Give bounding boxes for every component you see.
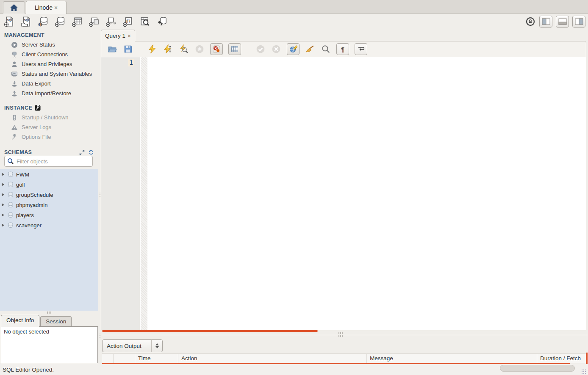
system-variables-icon <box>11 71 18 77</box>
home-tab[interactable] <box>3 1 25 14</box>
toggle-wrap-button[interactable] <box>355 43 367 55</box>
open-sql-script-icon[interactable]: SQL <box>20 16 32 28</box>
splitter-handle[interactable] <box>100 334 100 338</box>
expander-icon[interactable] <box>2 193 4 196</box>
create-view-icon[interactable] <box>88 16 100 28</box>
connection-tab[interactable]: Linode × <box>26 1 67 14</box>
item-label: Server Status <box>22 41 55 48</box>
column-message[interactable]: Message <box>367 354 537 363</box>
tab-label: Object Info <box>6 317 34 323</box>
sidebar-item-users-privileges[interactable]: Users and Privileges <box>0 59 98 69</box>
execute-icon[interactable] <box>147 44 158 54</box>
output-splitter-handle[interactable] <box>338 332 343 337</box>
sidebar-item-system-variables[interactable]: Status and System Variables <box>0 69 98 79</box>
find-icon[interactable] <box>321 44 331 54</box>
schema-name: scavenger <box>16 222 42 229</box>
schema-name: groupSchedule <box>16 192 53 198</box>
management-title: MANAGEMENT <box>4 32 44 38</box>
sidebar-item-server-logs[interactable]: Server Logs <box>0 122 98 132</box>
item-label: Data Export <box>22 80 51 87</box>
window-resize-grip[interactable] <box>581 369 587 374</box>
schema-item-golf[interactable]: golf <box>0 179 98 190</box>
explain-icon[interactable] <box>179 44 189 54</box>
column-action[interactable]: Action <box>178 354 367 363</box>
line-number-gutter: 1 <box>101 57 140 330</box>
schema-inspector-icon[interactable]: i <box>37 16 49 28</box>
refresh-icon[interactable] <box>88 149 94 155</box>
schema-item-FWM[interactable]: FWM <box>0 169 98 179</box>
reconnect-dbms-icon[interactable] <box>156 16 167 28</box>
sidebar-item-data-import[interactable]: Data Import/Restore <box>0 88 98 98</box>
expander-icon[interactable] <box>2 203 4 207</box>
search-table-data-icon[interactable] <box>139 16 150 28</box>
column-time[interactable]: Time <box>135 354 178 363</box>
svg-text:f(): f() <box>126 19 130 24</box>
create-schema-icon[interactable] <box>54 16 66 28</box>
toggle-invisibles-button[interactable]: ¶ <box>336 43 349 55</box>
toggle-stop-on-error-button[interactable] <box>210 43 223 55</box>
schema-name: phpmyadmin <box>16 202 47 208</box>
schema-item-groupSchedule[interactable]: groupSchedule <box>0 190 98 200</box>
toggle-left-panel-button[interactable] <box>539 16 552 28</box>
schema-name: FWM <box>16 171 29 178</box>
instance-section-header: INSTANCE <box>0 102 98 113</box>
connection-tab-label: Linode <box>35 4 53 11</box>
data-import-icon <box>11 90 18 97</box>
svg-text:SQL: SQL <box>24 19 30 22</box>
expander-icon[interactable] <box>2 183 4 186</box>
commit-icon <box>255 44 266 54</box>
sidebar-item-server-status[interactable]: Server Status <box>0 40 98 50</box>
schema-tree: FWM golf groupSchedule phpmyadmin player… <box>0 169 98 311</box>
toggle-right-panel-button[interactable] <box>572 16 585 28</box>
toggle-bottom-panel-button[interactable] <box>556 16 569 28</box>
expander-icon[interactable] <box>2 173 4 176</box>
expander-icon[interactable] <box>2 213 4 217</box>
toggle-autocommit-button[interactable] <box>287 43 300 55</box>
splitter-handle[interactable] <box>100 193 100 197</box>
column-duration-fetch[interactable]: Duration / Fetch <box>537 354 588 363</box>
sidebar-item-client-connections[interactable]: Client Connections <box>0 50 98 59</box>
sidebar-item-startup-shutdown[interactable]: Startup / Shutdown <box>0 113 98 122</box>
info-panel-resize-handle[interactable] <box>0 311 98 314</box>
statusbar-scroll-thumb[interactable] <box>500 365 575 372</box>
output-vertical-scrollbar[interactable] <box>586 353 588 364</box>
sidebar-item-data-export[interactable]: Data Export <box>0 79 98 88</box>
output-view-label: Action Output <box>103 343 151 349</box>
editor-toolbar: ¶ <box>101 41 586 57</box>
beautify-icon[interactable] <box>305 44 315 54</box>
status-text: SQL Editor Opened. <box>3 367 54 373</box>
instance-title: INSTANCE <box>4 105 32 111</box>
schema-filter-input[interactable] <box>17 158 91 165</box>
schema-item-players[interactable]: players <box>0 210 98 220</box>
main-toolbar: SQL SQL i f() <box>0 14 588 30</box>
startup-shutdown-icon <box>11 114 18 121</box>
open-script-icon[interactable] <box>107 44 117 54</box>
expander-icon[interactable] <box>2 223 4 227</box>
close-icon[interactable]: × <box>128 33 131 39</box>
editor-horizontal-scrollbar[interactable] <box>102 330 318 332</box>
create-procedure-icon[interactable] <box>105 16 116 28</box>
users-icon <box>11 61 18 68</box>
sql-code-editor[interactable]: 1 <box>101 57 586 330</box>
create-table-icon[interactable] <box>71 16 83 28</box>
info-panel-tabs: Object Info Session <box>1 315 72 327</box>
expand-icon[interactable] <box>79 150 85 155</box>
limit-rows-button[interactable] <box>228 43 241 55</box>
query-tab[interactable]: Query 1 × <box>101 30 135 41</box>
output-view-select[interactable]: Action Output <box>102 339 163 352</box>
select-spinner-icon[interactable] <box>151 340 162 352</box>
schema-item-scavenger[interactable]: scavenger <box>0 220 98 230</box>
tab-session[interactable]: Session <box>40 316 72 327</box>
save-script-icon[interactable] <box>123 44 133 54</box>
tab-object-info[interactable]: Object Info <box>1 315 39 327</box>
execute-current-icon[interactable] <box>163 44 173 54</box>
schemas-title: SCHEMAS <box>4 149 32 155</box>
new-query-tab-icon[interactable]: SQL <box>3 16 15 28</box>
close-icon[interactable]: × <box>54 5 58 11</box>
sidebar-item-options-file[interactable]: Options File <box>0 132 98 142</box>
schema-filter <box>4 156 93 167</box>
column-index[interactable] <box>114 354 135 363</box>
schema-item-phpmyadmin[interactable]: phpmyadmin <box>0 200 98 210</box>
create-function-icon[interactable]: f() <box>122 16 133 28</box>
column-status[interactable] <box>102 354 114 363</box>
